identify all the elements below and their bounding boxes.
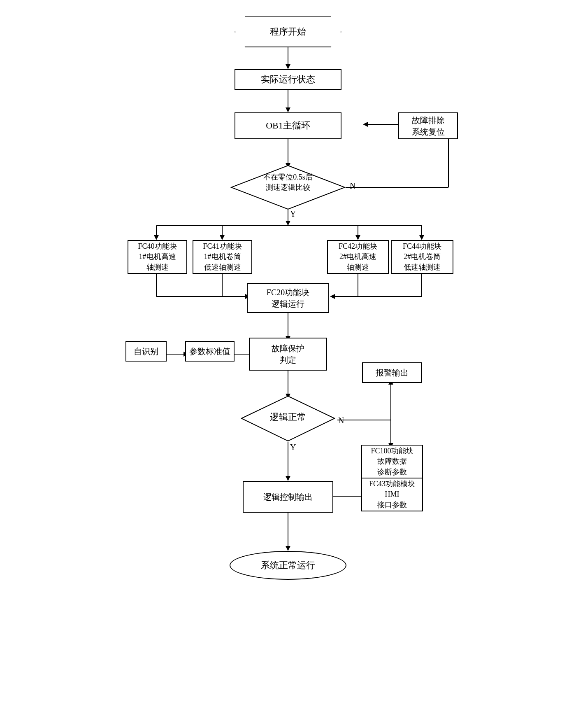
svg-marker-34 xyxy=(419,235,424,240)
svg-marker-31 xyxy=(355,235,360,240)
fault-protect-label: 故障保护 判定 xyxy=(272,343,304,366)
decision1-label: 不在零位0.5s后 测速逻辑比较 xyxy=(230,172,346,193)
fault-reset-label: 故障排除 系统复位 xyxy=(412,114,445,138)
svg-marker-3 xyxy=(286,107,290,112)
svg-marker-12 xyxy=(286,221,290,226)
self-identify-label: 自识别 xyxy=(134,345,158,357)
self-identify-shape: 自识别 xyxy=(125,341,167,362)
decision1-container: 不在零位0.5s后 测速逻辑比较 xyxy=(230,165,346,210)
svg-marker-20 xyxy=(330,294,335,299)
fc41-shape: FC41功能块 1#电机卷筒 低速轴测速 xyxy=(193,240,252,274)
fc43-shape: FC43功能模块 HMI 接口参数 xyxy=(361,478,423,511)
start-label: 程序开始 xyxy=(270,26,306,38)
fc40-shape: FC40功能块 1#电机高速 轴测速 xyxy=(128,240,187,274)
fc20-label: FC20功能块 逻辑运行 xyxy=(267,287,309,310)
actual-state-shape: 实际运行状态 xyxy=(235,69,341,90)
system-normal-label: 系统正常运行 xyxy=(261,559,315,572)
svg-marker-49 xyxy=(286,476,290,481)
svg-marker-1 xyxy=(286,64,290,69)
fault-protect-shape: 故障保护 判定 xyxy=(249,338,327,371)
fc43-label: FC43功能模块 HMI 接口参数 xyxy=(369,479,415,510)
decision2-n-label: N xyxy=(338,416,344,425)
system-normal-shape: 系统正常运行 xyxy=(230,551,346,580)
svg-marker-5 xyxy=(363,122,368,127)
fc100-shape: FC100功能块 故障数据 诊断参数 xyxy=(361,445,423,478)
fc42-label: FC42功能块 2#电机高速 轴测速 xyxy=(339,241,377,273)
decision2-y-label: Y xyxy=(290,443,296,452)
logic-control-shape: 逻辑控制输出 xyxy=(243,481,333,513)
svg-marker-53 xyxy=(286,546,290,551)
svg-marker-28 xyxy=(220,235,225,240)
fc42-shape: FC42功能块 2#电机高速 轴测速 xyxy=(327,240,389,274)
start-shape: 程序开始 xyxy=(235,16,341,47)
decision2-container: 逻辑正常 xyxy=(241,395,335,442)
fc41-label: FC41功能块 1#电机卷筒 低速轴测速 xyxy=(203,241,242,273)
ob1-loop-shape: OB1主循环 xyxy=(235,112,341,139)
fc100-label: FC100功能块 故障数据 诊断参数 xyxy=(371,446,413,477)
ob1-loop-label: OB1主循环 xyxy=(266,119,310,132)
param-standard-shape: 参数标准值 xyxy=(185,341,235,362)
fc20-shape: FC20功能块 逻辑运行 xyxy=(247,283,329,313)
logic-control-label: 逻辑控制输出 xyxy=(263,491,313,503)
fault-reset-shape: 故障排除 系统复位 xyxy=(398,112,458,139)
alarm-out-shape: 报警输出 xyxy=(362,362,422,383)
fc44-label: FC44功能块 2#电机卷筒 低速轴测速 xyxy=(403,241,441,273)
svg-marker-25 xyxy=(154,235,159,240)
alarm-out-label: 报警输出 xyxy=(376,367,409,378)
fc40-label: FC40功能块 1#电机高速 轴测速 xyxy=(138,241,177,273)
actual-state-label: 实际运行状态 xyxy=(261,73,315,86)
flowchart: 程序开始 实际运行状态 OB1主循环 故障排除 系统复位 不在零位0.5s后 测… xyxy=(103,8,473,716)
decision2-label: 逻辑正常 xyxy=(241,411,335,424)
fc44-shape: FC44功能块 2#电机卷筒 低速轴测速 xyxy=(391,240,453,274)
decision1-y-label: Y xyxy=(290,209,296,219)
decision1-n-label: N xyxy=(350,181,355,191)
param-standard-label: 参数标准值 xyxy=(189,345,230,357)
